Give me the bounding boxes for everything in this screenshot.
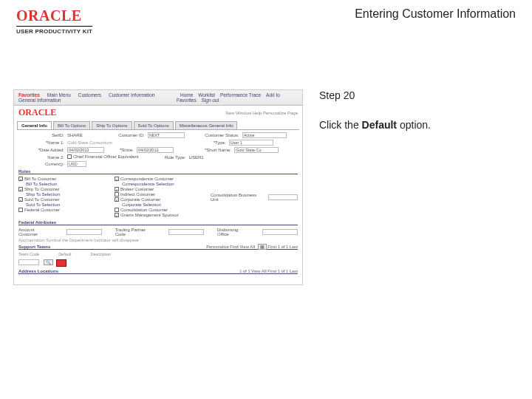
crumb-customers: Customers: [78, 92, 101, 98]
shot-toplinks: Home Worklist Performance Trace Add to F…: [177, 92, 298, 103]
tab-shipto[interactable]: Ship To Options: [92, 121, 132, 129]
custid-label: Customer ID:: [86, 133, 145, 137]
billto-cust-label: Bill To Customer: [24, 177, 57, 181]
currency-label: Currency:: [18, 162, 64, 166]
since-label: *Since:: [107, 148, 134, 152]
roles-col2: Correspondence Customer Correspondence S…: [115, 177, 202, 218]
link-perf[interactable]: Performance Trace: [220, 92, 261, 98]
instruction-bold: Default: [362, 119, 397, 131]
instruction-suffix: option.: [397, 119, 431, 131]
fed-do-label: Disbursing Office: [217, 228, 249, 236]
shipto-sel-label: Ship To Selection: [26, 192, 60, 197]
name1-label: *Name 1:: [18, 140, 64, 145]
fed-tp-input[interactable]: [168, 229, 204, 235]
setid-label: SetID:: [18, 133, 64, 137]
section-federal: Federal Attributes: [18, 220, 298, 225]
tab-misc[interactable]: Miscellaneous General Info: [175, 121, 238, 129]
type-select[interactable]: User 1: [229, 140, 273, 146]
shot-breadcrumb-menu: Favorites Main Menu Customers Customer I…: [18, 92, 177, 103]
cons-cust-checkbox[interactable]: [115, 208, 119, 212]
custstatus-select[interactable]: Active: [242, 132, 287, 138]
tab-soldto[interactable]: Sold To Options: [134, 121, 174, 129]
corr-sel-label: Correspondence Selection: [122, 182, 174, 186]
corporate-sel-label: Corporate Selection: [122, 202, 161, 207]
supp-col-team: Team Code: [18, 252, 39, 256]
billto-cust-checkbox[interactable]: [18, 177, 23, 181]
indirect-cust-checkbox[interactable]: [115, 192, 119, 197]
oracle-logo: ORACLE: [16, 7, 92, 24]
logo-block: ORACLE USER PRODUCTIVITY KIT: [16, 7, 92, 35]
tab-billto[interactable]: Bill To Options: [53, 121, 90, 129]
cfo-label: Chief Financial Officer Equivalent: [73, 154, 139, 159]
roletype-value: USER1: [189, 155, 204, 160]
broker-cust-label: Broker Customer: [120, 187, 154, 191]
section-address: Address Locations: [18, 269, 58, 273]
addr-pager: 1 of 1 View All First 1 of 1 Last: [239, 269, 298, 273]
shot-toolbar: New Window Help Personalize Page: [221, 109, 302, 117]
corr-cust-label: Correspondence Customer: [120, 177, 174, 181]
link-home[interactable]: Home: [180, 92, 193, 98]
shot-tabs: General Info Bill To Options Ship To Opt…: [17, 121, 299, 130]
default-option-button[interactable]: [56, 259, 66, 267]
shipto-cust-label: Ship To Customer: [24, 187, 60, 191]
instruction-line: Click the Default option.: [319, 119, 519, 131]
tab-general-info[interactable]: General Info: [17, 121, 52, 129]
custid-input[interactable]: NEXT: [148, 132, 185, 138]
date-input[interactable]: 04/02/2012: [67, 147, 104, 153]
crumb-favorites: Favorites: [18, 92, 40, 98]
billto-sel-label: Bill To Selection: [26, 182, 57, 186]
custstatus-label: Customer Status:: [188, 133, 239, 137]
supp-col-desc: Description: [91, 252, 112, 256]
fed-do-input[interactable]: [262, 229, 298, 235]
shot-topbar: Favorites Main Menu Customers Customer I…: [14, 90, 302, 106]
short-label: *Short Name:: [177, 148, 231, 152]
fed-acct-label: Account Customer: [18, 228, 53, 236]
roles-col1: Bill To Customer Bill To Selection Ship …: [18, 177, 106, 218]
shot-form: SetID: SHARE Customer ID: NEXT Customer …: [14, 130, 302, 279]
short-input[interactable]: Gold State Co: [234, 147, 279, 153]
supp-personalize[interactable]: Personalize Find View All: [206, 245, 255, 249]
crumb-main: Main Menu: [47, 92, 71, 98]
corr-cust-checkbox[interactable]: [115, 177, 119, 181]
supp-grid-icon[interactable]: ▦: [258, 244, 267, 250]
step-label: Step 20: [319, 89, 519, 101]
content-row: Favorites Main Menu Customers Customer I…: [0, 38, 532, 285]
soldto-cust-checkbox[interactable]: [18, 197, 23, 202]
link-worklist[interactable]: Worklist: [198, 92, 215, 98]
supp-pager: First 1 of 1 Last: [267, 245, 298, 249]
fed-acct-input[interactable]: [66, 229, 102, 235]
roles-col3: Consolidation Business Unit: [211, 177, 298, 218]
name2-label: Name 2:: [18, 155, 64, 160]
federal-cust-checkbox[interactable]: [18, 208, 23, 212]
date-label: *Date Added:: [18, 148, 64, 152]
teamcode-input[interactable]: [18, 259, 39, 265]
grants-checkbox[interactable]: [115, 213, 119, 217]
link-signout[interactable]: Sign out: [202, 98, 219, 103]
cons-bu-input[interactable]: [268, 194, 298, 200]
screenshot-panel: Favorites Main Menu Customers Customer I…: [13, 89, 303, 285]
fed-tp-label: Trading Partner Code: [115, 228, 156, 236]
soldto-cust-label: Sold To Customer: [24, 197, 60, 202]
setid-value: SHARE: [67, 133, 83, 137]
instruction-panel: Step 20 Click the Default option.: [319, 89, 519, 285]
supp-col-default: Default: [58, 252, 71, 256]
cfo-checkbox[interactable]: [67, 154, 72, 159]
crumb-general: General Information: [18, 98, 61, 103]
soldto-sel-label: Sold To Selection: [26, 202, 60, 207]
section-support: Support Teams: [18, 245, 50, 249]
crumb-custinfo: Customer Information: [109, 92, 155, 98]
doc-title: Entering Customer Information: [355, 7, 516, 21]
teamcode-lookup-icon[interactable]: 🔍: [44, 259, 53, 265]
indirect-cust-label: Indirect Customer: [120, 192, 155, 197]
shot-oracle-logo: ORACLE: [14, 106, 61, 120]
corporate-cust-label: Corporate Customer: [120, 197, 160, 202]
cons-cust-label: Consolidation Customer: [120, 208, 168, 212]
since-input[interactable]: 04/02/2012: [137, 147, 174, 153]
section-roles: Roles: [18, 169, 298, 174]
broker-cust-checkbox[interactable]: [115, 187, 119, 191]
shipto-cust-checkbox[interactable]: [18, 187, 23, 191]
federal-cust-label: Federal Customer: [24, 208, 60, 212]
currency-input[interactable]: USD: [67, 161, 86, 167]
header: ORACLE USER PRODUCTIVITY KIT Entering Cu…: [0, 0, 532, 38]
corporate-cust-checkbox[interactable]: [115, 197, 119, 202]
